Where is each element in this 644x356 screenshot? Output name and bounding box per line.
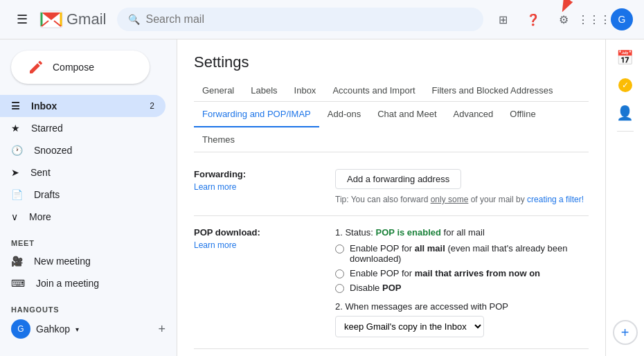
chevron-down-icon: ∨ [11,211,18,222]
video-icon: 🎥 [11,256,23,267]
meet-section-label: Meet [0,228,177,250]
section3-partial: 3. Configure your email client (e.g. Out… [194,349,589,356]
settings-tabs-top: General Labels Inbox Accounts and Import… [194,80,589,102]
pop-learn-more-link[interactable]: Learn more [194,240,319,250]
tab-themes[interactable]: Themes [194,127,243,152]
pop-section2-title: 2. When messages are accessed with POP [335,301,589,312]
sidebar-item-sent[interactable]: ➤ Sent [0,161,166,184]
hangouts-username: Gahkop [36,323,70,335]
calendar-icon: 📅 [616,49,634,66]
pop-option-all-mail-text: Enable POP for all mail (even mail that'… [350,243,589,264]
calendar-icon-button[interactable]: 📅 [613,45,638,70]
menu-button[interactable]: ☰ [11,6,33,33]
filter-icon-button[interactable]: ⊞ [489,6,517,33]
tab-offline[interactable]: Offline [501,102,544,127]
sidebar-item-label: Starred [31,123,63,134]
search-input[interactable] [145,13,472,26]
tab-inbox[interactable]: Inbox [286,80,325,101]
sidebar-item-label: Snoozed [34,145,72,156]
apps-icon: ⋮⋮⋮ [578,13,611,26]
sidebar-item-inbox[interactable]: ☰ Inbox 2 [0,95,166,117]
avatar[interactable]: G [611,8,633,30]
drafts-icon: 📄 [11,189,23,200]
hangouts-avatar: G [11,319,30,339]
inbox-icon: ☰ [11,100,20,112]
compose-button[interactable]: Compose [11,51,150,84]
sidebar-item-label: More [29,211,51,222]
hangouts-section-label: Hangouts [0,294,177,317]
hangouts-add-icon[interactable]: + [158,322,166,337]
pop-status-suffix: for all mail [441,227,485,238]
pop-radio-from-now[interactable] [335,269,344,278]
pop-download-row: POP download: Learn more 1. Status: POP … [194,216,589,349]
right-panel-divider [617,131,634,132]
pop-label-col: POP download: Learn more [194,227,319,337]
pop-option-from-now-text: Enable POP for mail that arrives from no… [350,268,540,278]
help-button[interactable]: ❓ [519,6,547,33]
tasks-icon: ✓ [618,78,632,92]
apps-button[interactable]: ⋮⋮⋮ [580,6,608,33]
contacts-icon-button[interactable]: 👤 [613,100,638,125]
search-icon: 🔍 [128,14,140,25]
pop-label: POP download: [194,227,319,238]
pop-option-from-now[interactable]: Enable POP for mail that arrives from no… [335,268,589,278]
tab-labels[interactable]: Labels [242,80,285,101]
topbar: ☰ [0,0,644,39]
sidebar-item-drafts[interactable]: 📄 Drafts [0,184,166,206]
plus-icon: + [621,325,629,341]
pop-option-all-mail[interactable]: Enable POP for all mail (even mail that'… [335,243,589,264]
sidebar-item-label: Drafts [34,189,60,200]
pop-radio-all-mail[interactable] [335,244,344,253]
tab-accounts-import[interactable]: Accounts and Import [324,80,423,101]
pop-option-disable[interactable]: Disable POP [335,283,589,293]
forwarding-label: Forwarding: [194,169,319,179]
tab-forwarding-pop-imap[interactable]: Forwarding and POP/IMAP [194,102,319,127]
gear-icon: ⚙ [559,13,569,26]
tip-text-suffix: of your mail by [468,195,527,204]
forwarding-learn-more-link[interactable]: Learn more [194,182,319,192]
sidebar-item-new-meeting[interactable]: 🎥 New meeting [0,250,166,272]
sidebar-item-label: Inbox [31,100,57,112]
sidebar-item-label: New meeting [34,256,91,267]
tip-text-prefix: Tip: You can also forward [335,195,431,204]
forwarding-tip: Tip: You can also forward only some of y… [335,195,589,204]
sidebar-item-more[interactable]: ∨ More [0,206,166,228]
compose-icon [28,59,44,75]
settings-main: Settings General Labels Inbox Accounts a… [177,39,605,356]
pop-body: 1. Status: POP is enabled for all mail E… [335,227,589,337]
right-panel: 📅 ✓ 👤 + [605,39,644,356]
sidebar-item-join-meeting[interactable]: ⌨ Join a meeting [0,272,166,294]
hangouts-user-item[interactable]: G Gahkop ▾ + [0,317,177,341]
compose-label: Compose [53,62,94,73]
pop-option-disable-text: Disable POP [350,283,401,293]
add-icon-button[interactable]: + [613,320,638,345]
tab-advanced[interactable]: Advanced [445,102,502,127]
pop-radio-disable[interactable] [335,284,344,293]
settings-tabs-second: Forwarding and POP/IMAP Add-ons Chat and… [194,102,589,152]
sidebar-item-snoozed[interactable]: 🕐 Snoozed [0,139,166,161]
tip-link[interactable]: creating a filter! [527,195,584,204]
m-logo-icon [39,7,64,32]
sidebar-item-starred[interactable]: ★ Starred [0,117,166,139]
sidebar-item-label: Sent [30,167,51,178]
sidebar: Compose ☰ Inbox 2 ★ Starred 🕐 Snoozed ➤ … [0,39,177,356]
hangouts-dropdown-icon: ▾ [75,326,79,333]
gmail-text: Gmail [66,10,106,28]
sent-icon: ➤ [11,167,19,178]
snooze-icon: 🕐 [11,145,23,156]
tab-chat-meet[interactable]: Chat and Meet [369,102,445,127]
add-forwarding-address-button[interactable]: Add a forwarding address [335,169,461,189]
settings-button[interactable]: ⚙ [550,6,578,33]
pop-action-select[interactable]: keep Gmail's copy in the Inbox archive G… [335,316,484,337]
contacts-icon: 👤 [616,105,634,121]
forwarding-body: Add a forwarding address Tip: You can al… [335,169,589,204]
pop-status-enabled: POP is enabled [376,227,441,238]
tab-filters-blocked[interactable]: Filters and Blocked Addresses [424,80,562,101]
tab-addons[interactable]: Add-ons [319,102,369,127]
keyboard-icon: ⌨ [11,278,25,289]
sidebar-item-label: Join a meeting [36,278,99,289]
tasks-icon-button[interactable]: ✓ [613,73,638,98]
tab-general[interactable]: General [194,80,242,101]
star-icon: ★ [11,123,20,134]
settings-title: Settings [194,39,589,80]
